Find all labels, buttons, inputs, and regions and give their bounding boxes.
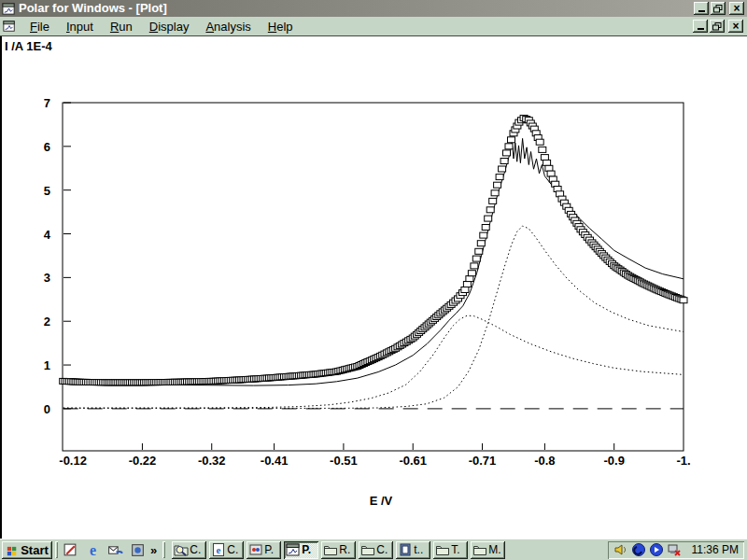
task-button-label: P. bbox=[302, 543, 311, 556]
restore-button[interactable] bbox=[711, 2, 726, 15]
window-title: Polar for Windows - [Plot] bbox=[19, 0, 167, 17]
restore-icon bbox=[712, 22, 722, 31]
y-tick-label: 3 bbox=[44, 271, 50, 285]
plot-canvas: 01234567-0.12-0.22-0.32-0.41-0.51-0.61-0… bbox=[0, 36, 747, 539]
system-tray: 11:36 PM bbox=[608, 541, 744, 559]
taskbar-grip[interactable] bbox=[55, 541, 58, 558]
svg-text:e: e bbox=[217, 544, 221, 555]
search-folder-icon bbox=[174, 542, 189, 557]
task-button-8[interactable]: T. bbox=[433, 541, 468, 559]
paint-app-icon bbox=[248, 542, 263, 557]
document-minimize-button[interactable] bbox=[693, 20, 708, 33]
x-tick-label: -0.8 bbox=[534, 454, 555, 468]
task-button-5[interactable]: R. bbox=[321, 541, 356, 559]
player-app-1-icon[interactable] bbox=[631, 542, 646, 557]
volume-icon[interactable] bbox=[613, 542, 628, 557]
x-tick-label: -0.12 bbox=[59, 454, 87, 468]
menu-item-run[interactable]: Run bbox=[102, 18, 141, 35]
start-label: Start bbox=[21, 543, 49, 557]
task-button-2[interactable]: eC. bbox=[209, 541, 244, 559]
y-tick-label: 5 bbox=[44, 184, 50, 198]
polar-app-icon bbox=[286, 542, 301, 557]
media-app-icon[interactable] bbox=[130, 542, 146, 558]
menu-item-input[interactable]: Input bbox=[58, 18, 102, 35]
task-button-label: T. bbox=[451, 543, 459, 556]
x-tick-label: -0.51 bbox=[330, 454, 358, 468]
minimize-button[interactable] bbox=[694, 2, 709, 15]
windows-flag-icon bbox=[6, 544, 19, 555]
folder-icon bbox=[360, 542, 375, 557]
y-tick-label: 6 bbox=[44, 140, 50, 154]
plot-client-area: 01234567-0.12-0.22-0.32-0.41-0.51-0.61-0… bbox=[0, 36, 747, 539]
y-axis-unit-label: I /A 1E-4 bbox=[5, 39, 52, 53]
y-tick-label: 0 bbox=[44, 402, 50, 416]
x-tick-label: -0.71 bbox=[469, 454, 497, 468]
menu-items: FileInputRunDisplayAnalysisHelp bbox=[21, 18, 302, 35]
taskbar-clock: 11:36 PM bbox=[692, 543, 739, 556]
window-controls: × bbox=[692, 2, 744, 15]
document-menu-icon[interactable] bbox=[3, 20, 16, 33]
series-experimental-points bbox=[60, 115, 687, 385]
document-restore-button[interactable] bbox=[710, 20, 725, 33]
task-button-9[interactable]: M. bbox=[471, 541, 505, 559]
y-tick-label: 7 bbox=[44, 96, 50, 110]
network-error-icon[interactable] bbox=[667, 542, 682, 557]
minimize-icon bbox=[698, 28, 704, 30]
taskbar: Start e » C.eC.P.P.R.C.t..T.M. 11:36 PM bbox=[0, 539, 747, 560]
document-close-button[interactable]: × bbox=[728, 20, 743, 33]
x-tick-label: -0.32 bbox=[198, 454, 226, 468]
svg-text:e: e bbox=[90, 542, 96, 558]
task-button-label: P. bbox=[264, 543, 274, 556]
menu-item-analysis[interactable]: Analysis bbox=[197, 18, 259, 35]
taskbar-grip[interactable] bbox=[162, 541, 165, 558]
task-button-3[interactable]: P. bbox=[247, 541, 281, 559]
notepad-icon bbox=[398, 542, 413, 557]
menu-bar: FileInputRunDisplayAnalysisHelp × bbox=[0, 17, 747, 36]
title-bar: Polar for Windows - [Plot] × bbox=[0, 0, 747, 17]
task-button-label: C. bbox=[227, 543, 238, 556]
x-tick-label: -0.22 bbox=[129, 454, 157, 468]
menu-item-file[interactable]: File bbox=[21, 18, 58, 35]
x-tick-label: -0.61 bbox=[399, 454, 427, 468]
plot-frame bbox=[63, 103, 684, 451]
minimize-icon bbox=[698, 10, 705, 12]
tray-icons bbox=[613, 542, 684, 557]
folder-icon bbox=[435, 542, 450, 557]
x-tick-label: -0.9 bbox=[603, 454, 624, 468]
task-button-7[interactable]: t.. bbox=[396, 541, 430, 559]
ie-document-icon: e bbox=[211, 542, 226, 557]
x-axis-label: E /V bbox=[344, 494, 418, 508]
menu-item-display[interactable]: Display bbox=[141, 18, 198, 35]
folder-icon bbox=[472, 542, 487, 557]
task-button-strip: C.eC.P.P.R.C.t..T.M. bbox=[172, 541, 505, 559]
task-button-4[interactable]: P. bbox=[284, 541, 318, 559]
internet-explorer-icon[interactable]: e bbox=[85, 542, 101, 558]
task-button-label: C. bbox=[376, 543, 388, 556]
series-fitted-curve bbox=[63, 138, 684, 385]
task-button-label: C. bbox=[190, 543, 201, 556]
task-button-label: R. bbox=[339, 543, 350, 556]
quick-launch-bar: e bbox=[63, 542, 146, 558]
task-button-6[interactable]: C. bbox=[359, 541, 393, 559]
document-window-controls: × bbox=[691, 20, 743, 33]
task-button-1[interactable]: C. bbox=[172, 541, 206, 559]
y-tick-label: 4 bbox=[44, 228, 51, 242]
y-tick-label: 2 bbox=[44, 315, 50, 329]
polar-app-icon bbox=[2, 2, 16, 16]
quick-launch-overflow-chevron[interactable]: » bbox=[148, 543, 160, 557]
task-button-label: M. bbox=[488, 543, 500, 556]
y-tick-label: 1 bbox=[44, 358, 50, 372]
x-tick-label: -1. bbox=[676, 454, 690, 468]
show-desktop-icon[interactable] bbox=[63, 542, 78, 558]
task-button-label: t.. bbox=[414, 543, 423, 556]
outlook-express-icon[interactable] bbox=[107, 542, 123, 558]
menu-item-help[interactable]: Help bbox=[260, 18, 302, 35]
start-button[interactable]: Start bbox=[2, 541, 52, 559]
player-app-2-icon[interactable] bbox=[649, 542, 664, 557]
folder-icon bbox=[323, 542, 338, 557]
x-tick-label: -0.41 bbox=[261, 454, 289, 468]
close-button[interactable]: × bbox=[729, 2, 744, 15]
restore-icon bbox=[713, 5, 723, 13]
